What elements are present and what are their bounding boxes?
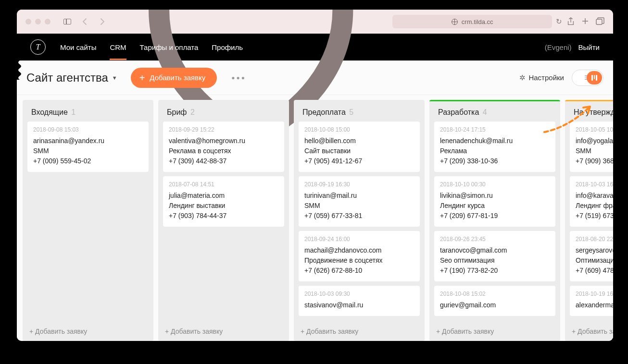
nav-items: Мои сайты CRM Тарифы и оплата Профиль (60, 35, 243, 60)
card-phone: +7 (059) 677-33-81 (304, 211, 414, 221)
card-subject: Seo оптимизация (440, 255, 550, 266)
column-cards: 2018-10-08 15:00hello@billen.comСайт выс… (294, 121, 425, 322)
lead-card[interactable]: 2018-10-24 17:15lenenadenchuk@mail.ruРек… (434, 121, 555, 172)
nav-profile[interactable]: Профиль (212, 35, 243, 60)
nav-my-sites[interactable]: Мои сайты (60, 35, 96, 60)
card-phone: +7 (209) 338-10-36 (440, 156, 550, 166)
traffic-light-maximize[interactable] (45, 19, 50, 24)
lead-card[interactable]: 2018-10-03 09:30stasivanov@mail.ru (299, 286, 420, 316)
column-header[interactable]: На утверждени (565, 101, 613, 121)
lead-card[interactable]: 2018-09-24 16:00machail@zhdanovco.comПро… (299, 231, 420, 281)
lead-card[interactable]: 2018-08-20 22:45sergeysarov@yОптимизация… (570, 231, 613, 281)
svg-rect-0 (596, 19, 602, 24)
sidebar-toggle[interactable] (61, 16, 74, 27)
card-subject: SMM (576, 146, 613, 156)
nav-back-button[interactable] (78, 16, 91, 27)
card-timestamp: 2018-09-29 15:22 (169, 126, 278, 133)
card-subject: Продвижение в соцсетях (304, 255, 414, 266)
card-subject: Лендинг курса (440, 201, 550, 211)
column-add-card[interactable]: + Добавить заявку (294, 322, 425, 341)
current-user: (Evgeni) (545, 43, 572, 51)
lead-card[interactable]: 2018-10-05 10:10info@yogalandSMM+7 (909)… (570, 121, 613, 172)
tilda-logo[interactable]: T (30, 39, 46, 55)
card-subject: Оптимизация (576, 255, 613, 266)
card-email: taranovco@gmail.com (440, 245, 550, 255)
kanban-column: Входящие 12018-09-08 15:03arinasanina@ya… (23, 100, 153, 341)
view-toggle[interactable] (572, 70, 603, 86)
card-timestamp: 2018-08-20 22:45 (576, 236, 613, 243)
card-subject: SMM (33, 146, 143, 156)
nav-crm[interactable]: CRM (110, 35, 126, 60)
lead-card[interactable]: 2018-07-08 14:51julia@materia.comЛендинг… (163, 176, 284, 227)
lead-card[interactable]: 2018-10-10 00:30livikina@simon.ruЛендинг… (434, 176, 555, 227)
card-timestamp: 2018-10-05 10:10 (576, 126, 613, 133)
card-timestamp: 2018-10-19 16:30 (576, 291, 613, 297)
column-header[interactable]: Бриф 2 (158, 101, 289, 121)
card-timestamp: 2018-09-26 23:45 (440, 236, 550, 243)
column-add-card[interactable]: + Добавить заявку (158, 322, 289, 341)
lead-card[interactable]: 2018-09-26 23:45taranovco@gmail.comSeo о… (434, 231, 555, 281)
kanban-icon (591, 75, 597, 81)
add-lead-button[interactable]: + Добавить заявку (131, 68, 217, 88)
column-header[interactable]: Разработка 4 (429, 101, 560, 121)
column-count: 4 (480, 108, 487, 116)
card-email: julia@materia.com (169, 191, 278, 201)
card-phone: +7 (905) 491-12-67 (304, 156, 414, 166)
lead-card[interactable]: 2018-10-08 15:02guriev@gmail.com (434, 286, 555, 316)
card-phone: +7 (190) 773-82-20 (440, 266, 550, 276)
globe-icon (452, 19, 458, 25)
card-email: info@karavai.r (576, 191, 613, 201)
column-cards: 2018-09-29 15:22valentiva@homegrown.ruРе… (158, 121, 289, 322)
board-title-dropdown[interactable]: Сайт агентства ▼ (26, 71, 117, 85)
traffic-light-minimize[interactable] (35, 19, 41, 24)
tabs-overview-icon[interactable] (596, 17, 604, 25)
logout-link[interactable]: Выйти (578, 43, 600, 51)
column-header[interactable]: Входящие 1 (23, 101, 153, 121)
nav-billing[interactable]: Тарифы и оплата (140, 35, 199, 60)
torn-edge-decoration (17, 34, 25, 80)
card-timestamp: 2018-10-03 16:30 (576, 181, 613, 188)
column-add-card[interactable]: + Добавить заявку (429, 322, 560, 341)
plus-icon: + (139, 73, 145, 83)
card-email: arinasanina@yandex.ru (33, 136, 143, 146)
traffic-light-close[interactable] (25, 19, 31, 24)
card-timestamp: 2018-07-08 14:51 (169, 181, 278, 188)
browser-chrome: crm.tilda.cc ↻ (17, 10, 613, 34)
kanban-view-option[interactable] (587, 71, 602, 85)
card-phone: +7 (309) 442-88-37 (169, 156, 278, 166)
column-header[interactable]: Предоплата 5 (294, 101, 425, 121)
lead-card[interactable]: 2018-10-19 16:30alexandermalin (570, 286, 613, 316)
card-phone: +7 (519) 673- (576, 211, 613, 221)
card-timestamp: 2018-09-08 15:03 (33, 126, 143, 133)
card-subject: Лендинг выставки (169, 201, 278, 211)
lead-card[interactable]: 2018-09-19 16:30turinivan@mail.ruSMM+7 (… (299, 176, 420, 227)
lead-card[interactable]: 2018-09-29 15:22valentiva@homegrown.ruРе… (163, 121, 284, 172)
card-email: turinivan@mail.ru (304, 191, 414, 201)
settings-link[interactable]: ✲ Настройки (519, 73, 564, 82)
card-timestamp: 2018-10-03 09:30 (304, 291, 414, 297)
card-subject: Лендинг фран (576, 201, 613, 211)
address-bar[interactable]: crm.tilda.cc (392, 15, 552, 28)
card-timestamp: 2018-09-19 16:30 (304, 181, 414, 188)
column-title: Разработка (438, 108, 479, 116)
column-cards: 2018-10-05 10:10info@yogalandSMM+7 (909)… (565, 121, 613, 322)
column-title: Бриф (167, 108, 187, 116)
kanban-board[interactable]: Входящие 12018-09-08 15:03arinasanina@ya… (17, 95, 613, 341)
column-title: Входящие (31, 108, 68, 116)
settings-label: Настройки (528, 73, 564, 82)
nav-forward-button[interactable] (96, 16, 108, 27)
column-add-card[interactable]: + Добавить зая (565, 322, 613, 341)
share-icon[interactable] (567, 17, 575, 26)
card-email: stasivanov@mail.ru (304, 300, 414, 310)
lead-card[interactable]: 2018-09-08 15:03arinasanina@yandex.ruSMM… (27, 121, 149, 172)
reload-button[interactable]: ↻ (556, 17, 562, 26)
new-tab-icon[interactable] (581, 17, 589, 25)
lead-card[interactable]: 2018-10-03 16:30info@karavai.rЛендинг фр… (570, 176, 613, 227)
lead-card[interactable]: 2018-10-08 15:00hello@billen.comСайт выс… (299, 121, 420, 172)
card-timestamp: 2018-10-10 00:30 (440, 181, 550, 188)
card-phone: +7 (909) 368- (576, 156, 613, 166)
more-menu-button[interactable]: ●●● (227, 71, 250, 85)
column-add-card[interactable]: + Добавить заявку (23, 322, 153, 341)
kanban-column: Предоплата 52018-10-08 15:00hello@billen… (294, 100, 425, 341)
card-email: hello@billen.com (304, 136, 414, 146)
